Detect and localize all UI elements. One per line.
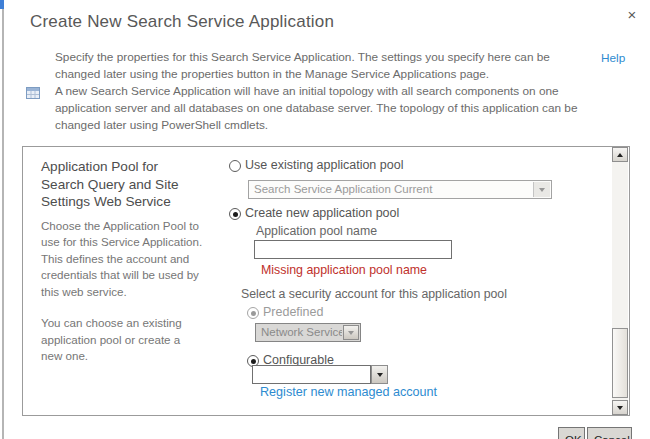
scroll-down-arrow-icon [617,406,623,410]
table-icon [26,85,40,103]
section-description-panel: Application Pool for Search Query and Si… [41,158,203,365]
register-managed-account-link[interactable]: Register new managed account [260,385,437,399]
section-body-1: Choose the Application Pool to use for t… [41,218,203,301]
window-corner-artifact [0,0,4,9]
scrollbar-thumb[interactable] [612,328,628,398]
ok-button[interactable]: OK [558,427,585,439]
dropdown-arrow-icon [533,182,550,197]
use-existing-pool-label: Use existing application pool [245,158,403,172]
security-account-label: Select a security account for this appli… [241,287,507,301]
cancel-button[interactable]: Cancel [587,427,632,439]
predefined-label: Predefined [263,305,323,319]
close-icon[interactable]: × [622,5,642,25]
help-link[interactable]: Help [601,51,625,65]
create-new-pool-label: Create new application pool [245,206,399,220]
description-paragraph-1: Specify the properties for this Search S… [55,49,592,83]
scroll-up-arrow-icon [617,153,623,157]
description-paragraph-2: A new Search Service Application will ha… [55,83,592,134]
create-new-pool-radio[interactable] [229,208,241,220]
application-pool-section: Application Pool for Search Query and Si… [22,146,630,416]
configurable-dropdown-button[interactable] [371,365,388,384]
configurable-account-input[interactable] [252,365,371,384]
section-heading: Application Pool for Search Query and Si… [41,158,203,211]
dropdown-arrow-icon [343,325,359,340]
dialog-title: Create New Search Service Application [30,12,334,32]
create-search-service-dialog: Create New Search Service Application × … [0,0,650,439]
existing-pool-dropdown: Search Service Application Current [248,180,552,199]
predefined-account-value: Network Service [261,324,342,341]
pool-name-input[interactable] [254,240,452,259]
pool-name-error: Missing application pool name [261,263,427,277]
existing-pool-dropdown-value: Search Service Application Current [254,181,533,198]
predefined-account-dropdown: Network Service [255,323,361,342]
predefined-radio [247,307,259,319]
window-left-border [2,0,4,439]
vertical-scrollbar[interactable] [612,147,628,415]
dialog-description: Specify the properties for this Search S… [55,49,592,134]
section-body-2: You can choose an existing application p… [41,315,203,365]
scroll-up-button[interactable] [612,147,628,162]
pool-name-label: Application pool name [256,224,377,238]
use-existing-pool-radio[interactable] [229,160,241,172]
scroll-down-button[interactable] [612,400,628,415]
